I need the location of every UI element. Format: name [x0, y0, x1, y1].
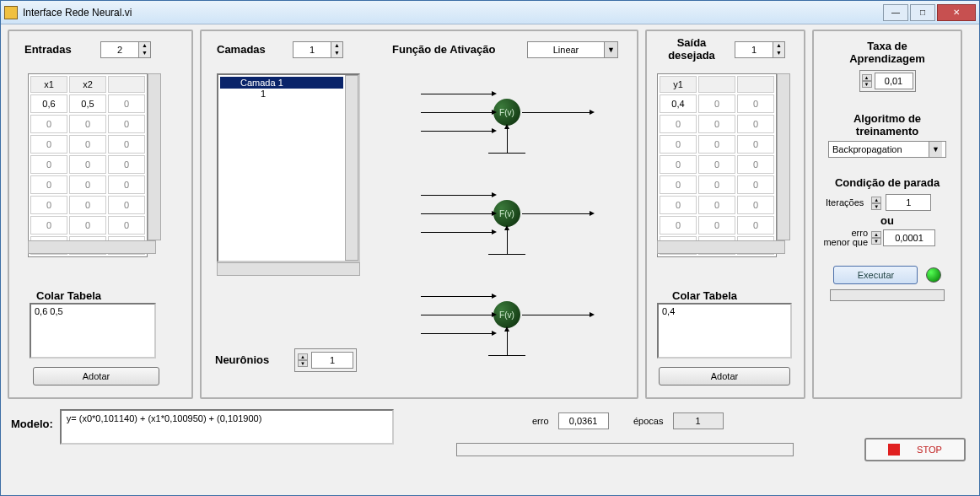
col-header[interactable]: x2 [69, 76, 106, 93]
progress-bar [830, 289, 945, 301]
adotar-entradas-button[interactable]: Adotar [33, 367, 159, 385]
status-led [926, 267, 941, 283]
taxa-value[interactable]: 0,01 [875, 73, 913, 89]
spin-down-icon[interactable]: ▼ [773, 50, 784, 57]
camadas-tree[interactable]: Camada 1 1 [217, 73, 360, 262]
saida-table[interactable]: y1 0,400 000 000 000 000 000 000 000 [657, 73, 777, 257]
epocas-value: 1 [673, 412, 724, 429]
camadas-count-spinner[interactable]: 1 ▲▼ [293, 41, 343, 58]
minimize-button[interactable]: — [883, 4, 908, 21]
bottom-slider[interactable] [456, 443, 794, 456]
col-header[interactable] [698, 76, 735, 93]
col-header[interactable] [108, 76, 145, 93]
spin-down-icon[interactable]: ▼ [331, 50, 342, 57]
camadas-label: Camadas [217, 43, 266, 56]
main-area: Entradas 2 ▲▼ x1 x2 0,60,50 000 000 000 … [1, 24, 979, 495]
cond-label: Condição de parada [814, 176, 961, 189]
taxa-label: Taxa de Aprendizagem [814, 40, 961, 65]
executar-button[interactable]: Executar [833, 266, 918, 284]
entradas-panel: Entradas 2 ▲▼ x1 x2 0,60,50 000 000 000 … [8, 30, 193, 399]
neuron-node: F(v) [493, 301, 520, 328]
saida-label: Saída desejada [662, 36, 721, 62]
ou-label: ou [814, 214, 961, 227]
stop-icon [888, 444, 900, 456]
neuron-diagram: F(v) F(v) F(v) [396, 73, 632, 377]
tree-vscroll[interactable] [345, 75, 358, 261]
erro-menor-label: erro menor que [822, 229, 868, 247]
stop-button[interactable]: STOP [864, 438, 966, 461]
erro-spin[interactable]: ▲▼ [871, 231, 881, 245]
col-header[interactable]: y1 [660, 76, 697, 93]
neuronios-value[interactable]: 1 [311, 352, 353, 369]
neuronios-spin[interactable]: ▲▼ [298, 353, 308, 367]
neuronios-label: Neurônios [215, 353, 269, 366]
neuron-node: F(v) [493, 99, 520, 126]
chevron-down-icon: ▼ [929, 142, 942, 157]
iter-label: Iterações [826, 197, 864, 208]
ativacao-combo[interactable]: Linear ▼ [527, 41, 618, 58]
camadas-panel: Camadas 1 ▲▼ Função de Ativação Linear ▼… [200, 30, 638, 399]
iter-spin[interactable]: ▲▼ [871, 197, 881, 210]
app-window: Interface Rede Neural.vi — □ ✕ Entradas … [0, 0, 980, 496]
taxa-spin[interactable]: ▲▼ [862, 74, 872, 88]
tree-hscroll[interactable] [217, 262, 360, 276]
labview-icon [4, 6, 18, 19]
erro-value: 0,0361 [558, 412, 609, 429]
maximize-button[interactable]: □ [910, 4, 935, 21]
spin-down-icon[interactable]: ▼ [138, 50, 150, 57]
erro-label: erro [532, 416, 549, 426]
chevron-down-icon: ▼ [604, 42, 617, 57]
entradas-label: Entradas [24, 43, 72, 56]
algo-label: Algoritmo de treinamento [814, 112, 961, 137]
col-header[interactable] [737, 76, 774, 93]
ativacao-label: Função de Ativação [392, 43, 495, 56]
entradas-table[interactable]: x1 x2 0,60,50 000 000 000 000 000 000 00… [28, 73, 148, 257]
entradas-count-spinner[interactable]: 2 ▲▼ [100, 41, 151, 58]
erro-menor-value[interactable]: 0,0001 [883, 229, 935, 246]
algo-combo[interactable]: Backpropagation ▼ [828, 141, 946, 158]
window-title: Interface Rede Neural.vi [23, 7, 881, 19]
adotar-saida-button[interactable]: Adotar [659, 367, 790, 385]
colar-tabela-label: Colar Tabela [672, 289, 737, 302]
iter-value[interactable]: 1 [886, 194, 931, 211]
table-vscroll[interactable] [148, 73, 161, 240]
tree-item-selected[interactable]: Camada 1 [220, 77, 343, 89]
spin-up-icon[interactable]: ▲ [773, 42, 784, 50]
colar-tabela-input[interactable] [30, 303, 156, 359]
col-header[interactable]: x1 [30, 76, 67, 93]
epocas-label: épocas [633, 416, 663, 426]
neuron-node: F(v) [493, 200, 520, 227]
spin-up-icon[interactable]: ▲ [331, 42, 342, 50]
modelo-output[interactable]: y= (x0*0,101140) + (x1*0,100950) + (0,10… [60, 409, 394, 445]
modelo-label: Modelo: [11, 418, 53, 430]
colar-tabela-label: Colar Tabela [36, 289, 101, 302]
colar-tabela-input[interactable] [657, 303, 792, 359]
saida-panel: Saída desejada 1 ▲▼ y1 0,400 000 000 0 [645, 30, 805, 399]
tree-item-child[interactable]: 1 [220, 89, 343, 99]
table-vscroll[interactable] [777, 73, 790, 240]
spin-up-icon[interactable]: ▲ [138, 42, 150, 50]
close-button[interactable]: ✕ [937, 4, 976, 21]
titlebar: Interface Rede Neural.vi — □ ✕ [1, 1, 979, 24]
direita-panel: Taxa de Aprendizagem ▲▼ 0,01 Algoritmo d… [812, 30, 962, 399]
saida-count-spinner[interactable]: 1 ▲▼ [735, 41, 785, 58]
table-hscroll[interactable] [28, 240, 156, 254]
table-hscroll[interactable] [657, 240, 785, 254]
